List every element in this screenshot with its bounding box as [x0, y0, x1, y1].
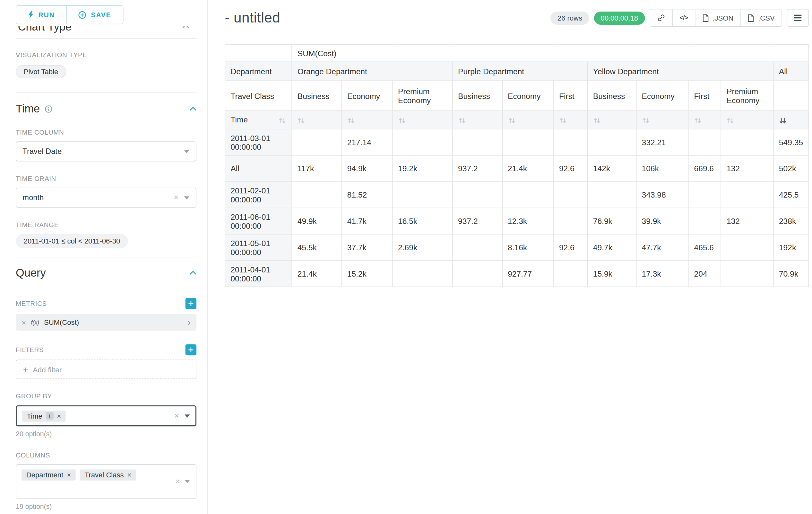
clear-icon[interactable]: × — [175, 477, 180, 486]
pivot-value-cell — [393, 261, 453, 287]
pivot-value-cell — [721, 129, 774, 156]
remove-metric-icon[interactable]: × — [22, 318, 26, 326]
pivot-sort-header[interactable] — [502, 110, 554, 129]
pivot-value-cell — [502, 129, 554, 156]
pivot-value-cell — [393, 129, 453, 156]
chevron-down-icon[interactable] — [184, 196, 190, 199]
pivot-value-cell — [721, 234, 774, 261]
info-icon[interactable] — [45, 105, 53, 113]
options-hint: 20 option(s) — [16, 430, 196, 438]
divider — [16, 38, 196, 39]
token-department[interactable]: Department× — [22, 469, 76, 480]
export-button-group: </> .JSON .CSV — [649, 9, 782, 27]
pivot-value-cell — [554, 182, 588, 208]
run-button[interactable]: RUN — [17, 6, 66, 24]
pivot-value-cell — [453, 261, 502, 287]
collapse-section-icon[interactable] — [182, 26, 189, 29]
chevron-down-icon[interactable] — [184, 150, 190, 153]
plus-icon — [188, 347, 194, 353]
pivot-column-group-header: Orange Department — [292, 62, 453, 81]
pivot-sort-header[interactable] — [721, 110, 774, 129]
chart-type-section-clipped: Chart Type — [16, 26, 196, 34]
time-column-select[interactable]: Travel Date — [16, 141, 196, 161]
embed-code-button[interactable]: </> — [672, 9, 695, 26]
sort-icon — [398, 117, 406, 125]
pivot-sort-header[interactable] — [774, 110, 809, 129]
menu-button[interactable] — [787, 9, 809, 27]
pivot-sort-header[interactable] — [292, 110, 342, 129]
columns-select[interactable]: Department×Travel Class× × — [16, 464, 196, 499]
pivot-row-label: 2011-02-01 00:00:00 — [225, 182, 292, 208]
add-filter-button[interactable]: + Add filter — [16, 359, 196, 379]
clear-icon[interactable]: × — [174, 193, 178, 202]
remove-token-icon[interactable]: × — [127, 471, 131, 478]
function-icon: f(x) — [31, 319, 39, 325]
pivot-row-axis-header[interactable]: Time — [225, 110, 292, 129]
remove-token-icon[interactable]: × — [67, 471, 71, 478]
link-icon — [657, 14, 665, 22]
token-time[interactable]: Timei× — [22, 410, 66, 421]
collapse-time-section-icon[interactable] — [190, 107, 196, 111]
save-button[interactable]: SAVE — [66, 6, 123, 24]
collapse-query-section-icon[interactable] — [190, 271, 196, 275]
pivot-value-cell: 76.9k — [588, 208, 636, 234]
pivot-sort-header[interactable] — [554, 110, 588, 129]
pivot-value-cell: 937.2 — [453, 208, 502, 234]
sort-icon — [297, 117, 306, 125]
copy-link-button[interactable] — [650, 9, 672, 26]
pivot-value-cell — [292, 129, 342, 156]
pivot-data-row: 2011-05-01 00:00:0045.5k37.7k2.69k8.16k9… — [225, 234, 809, 261]
pivot-data-row: 2011-04-01 00:00:0021.4k15.2k927.7715.9k… — [225, 261, 809, 287]
columns-tokens: Department×Travel Class× — [22, 469, 172, 480]
chevron-down-icon[interactable] — [184, 414, 190, 417]
pivot-value-cell — [502, 182, 554, 208]
plus-icon: + — [23, 365, 28, 374]
pivot-value-cell: 92.6 — [554, 234, 588, 261]
clear-icon[interactable]: × — [174, 411, 179, 420]
pivot-value-cell: 132 — [721, 156, 774, 182]
chevron-down-icon[interactable] — [184, 480, 190, 483]
export-csv-button[interactable]: .CSV — [741, 9, 782, 26]
pivot-sort-header[interactable] — [453, 110, 502, 129]
time-grain-select[interactable]: month × — [16, 188, 196, 208]
pivot-sort-header[interactable] — [588, 110, 636, 129]
chart-title[interactable]: - untitled — [225, 10, 280, 26]
pivot-value-cell: 937.2 — [453, 156, 502, 182]
visualization-type-value[interactable]: Pivot Table — [16, 65, 66, 78]
export-json-button[interactable]: .JSON — [695, 9, 741, 26]
group-by-select[interactable]: Timei× × — [16, 405, 196, 426]
pivot-value-cell: 49.9k — [292, 208, 342, 234]
pivot-row-label: 2011-04-01 00:00:00 — [225, 261, 292, 287]
token-travel-class[interactable]: Travel Class× — [80, 469, 136, 480]
groupby-token-label: Time — [27, 412, 42, 420]
remove-token-icon[interactable]: × — [57, 412, 61, 419]
chart-container: - untitled 26 rows 00:00:00.18 </> .JSON — [208, 0, 812, 514]
info-badge[interactable]: i — [46, 412, 53, 420]
time-range-value[interactable]: 2011-01-01 ≤ col < 2011-06-30 — [16, 234, 128, 248]
query-section-header: Query — [16, 267, 196, 279]
pivot-value-cell: 81.52 — [342, 182, 393, 208]
pivot-sort-header[interactable] — [342, 110, 393, 129]
pivot-column-header: Economy — [636, 81, 689, 110]
pivot-column-dimension-label: Department — [225, 62, 292, 81]
pivot-row-dimension-label: Travel Class — [225, 81, 292, 110]
pivot-sort-header[interactable] — [689, 110, 721, 129]
pivot-sort-header[interactable] — [636, 110, 689, 129]
metric-option-sum-cost[interactable]: ×f(x)SUM(Cost)› — [16, 314, 196, 330]
time-section-title: Time — [16, 103, 40, 115]
time-grain-label: TIME GRAIN — [16, 175, 196, 183]
chevron-right-icon[interactable]: › — [187, 317, 191, 327]
pivot-data-row: 2011-02-01 00:00:0081.52343.98425.5 — [225, 182, 809, 208]
pivot-sort-header[interactable] — [393, 110, 453, 129]
sort-icon — [642, 117, 650, 125]
sort-icon — [694, 117, 702, 125]
pivot-column-group-header: All — [774, 62, 809, 81]
add-filter-plus-button[interactable] — [185, 344, 196, 355]
add-metric-button[interactable] — [185, 298, 196, 309]
pivot-value-cell: 15.9k — [588, 261, 636, 287]
pivot-value-cell: 8.16k — [502, 234, 554, 261]
pivot-value-cell: 238k — [774, 208, 809, 234]
time-range-control: TIME RANGE 2011-01-01 ≤ col < 2011-06-30 — [16, 221, 196, 248]
chart-type-section-title: Chart Type — [18, 26, 71, 33]
file-icon — [702, 14, 709, 22]
